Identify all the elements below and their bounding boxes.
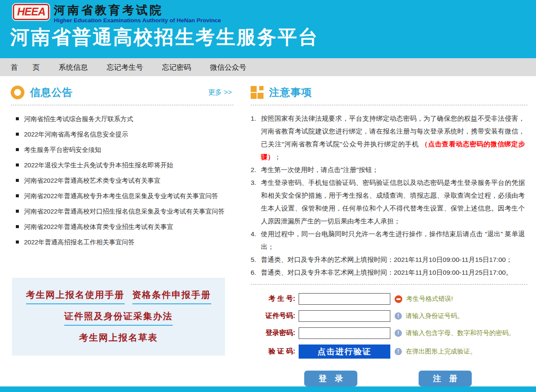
list-item[interactable]: 河南省2022年普通高校体育类专业招生考试有关事宜 — [16, 222, 234, 232]
more-link[interactable]: 更多 >> — [208, 88, 232, 97]
note-text: 按照国家有关法律法规要求，平台支持绑定动态密码，为了确保您的权益不受非法侵害，河… — [261, 112, 527, 163]
announcement-link: 2022年退役大学生士兵免试专升本招生报名即将开始 — [24, 161, 173, 169]
header-banner: HEEA 河南省教育考试院 Higher Education Examinati… — [0, 0, 536, 58]
announcement-link: 河南省2022年普通高校体育类专业招生考试有关事宜 — [24, 223, 173, 230]
manuals-row-1: 考生网上报名使用手册资格条件申报手册 — [16, 289, 221, 310]
square — [251, 93, 257, 99]
candidate-id-label: 考 生 号: — [258, 294, 295, 303]
note-item: 2. 考生第一次使用时，请点击"注册"按钮； — [251, 163, 527, 176]
ring-icon — [11, 86, 24, 99]
id-number-label: 证件号码: — [258, 312, 295, 321]
square-bullet-icon — [16, 179, 19, 182]
announcement-link: 2022年河南省高考报名信息安全提示 — [24, 131, 128, 138]
notes-header: 注意事项 — [251, 86, 527, 105]
manuals-row-3: 考生网上报名草表 — [16, 332, 221, 346]
org-name-en: Higher Education Examinations Authority … — [54, 17, 221, 24]
note-text-part: ； — [274, 153, 281, 160]
id-number-hint: 请输入身份证号码。 — [406, 312, 464, 320]
list-item[interactable]: 考生服务平台密码安全须知 — [16, 145, 234, 154]
manual-link-photo-id-collection[interactable]: 证件照及身份证采集办法 — [64, 310, 173, 326]
square-bullet-icon — [16, 194, 19, 197]
nav-item-home[interactable]: 首 页 — [11, 62, 40, 72]
list-item[interactable]: 河南省2022年普通高校对口招生报名信息采集及专业考试有关事宜问答 — [16, 206, 234, 216]
login-button[interactable]: 登 录 — [304, 371, 357, 386]
info-icon — [395, 348, 402, 355]
list-item[interactable]: 2022年普通高招报名工作相关事宜问答 — [16, 237, 234, 247]
square-bullet-icon — [16, 225, 19, 228]
candidate-id-row: 考 生 号: 考生号格式错误! — [258, 293, 527, 305]
info-icon — [395, 330, 402, 337]
manual-link-registration-handbook[interactable]: 考生网上报名使用手册 — [26, 289, 125, 304]
password-row: 登录密码: 请输入包含字母、数字和符号的密码。 — [258, 327, 527, 339]
candidate-id-input[interactable] — [299, 293, 390, 305]
heea-logo: HEEA — [13, 4, 49, 20]
captcha-hint: 在弹出图形上完成验证。 — [406, 347, 476, 356]
error-icon — [395, 295, 402, 303]
square-bullet-icon — [16, 241, 19, 244]
announcement-link: 考生服务平台密码安全须知 — [24, 146, 101, 153]
note-item: 5. 普通类、对口及专升本的艺术网上填报时间：2021年11月10日09:00-… — [251, 253, 527, 266]
note-text: 使用过程中，同一台电脑同时只允许一名考生进行操作，操作结束后请点击 “退出” 菜… — [261, 228, 527, 253]
list-item[interactable]: 河南省招生考试综合服务大厅联系方式 — [16, 114, 234, 124]
site-title: 河南省普通高校招生考生服务平台 — [10, 26, 536, 48]
list-item[interactable]: 河南省2022年普通高校专升本考生信息采集及专业考试有关事宜问答 — [16, 191, 234, 201]
captcha-label: 验 证 码: — [258, 347, 295, 356]
note-number: 4. — [251, 228, 261, 253]
note-text: 普通类、对口及专升本非艺术网上填报时间：2021年11月10日09:00-11月… — [261, 266, 527, 279]
announcement-link: 河南省2022年普通高校对口招生报名信息采集及专业考试有关事宜问答 — [24, 208, 225, 215]
nav-item-forgot-id[interactable]: 忘记考生号 — [107, 62, 143, 72]
square — [259, 86, 264, 90]
main-content: 信息公告 更多 >> 河南省招生考试综合服务大厅联系方式 2022年河南省高考报… — [0, 76, 536, 386]
announcement-link: 河南省2022年普通高校专升本考生信息采集及专业考试有关事宜问答 — [24, 192, 218, 199]
announcements-header: 信息公告 更多 >> — [11, 86, 234, 105]
manuals-row-2: 证件照及身份证采集办法 — [16, 310, 221, 332]
note-number: 5. — [251, 253, 261, 266]
list-item[interactable]: 2022年退役大学生士兵免试专升本招生报名即将开始 — [16, 160, 234, 170]
footer: 版权所有(C) 2010-2022 河南省教育考试院 推荐浏览器：最新版的Edg… — [0, 386, 536, 392]
note-text: 考生登录密码、手机短信验证码、密码验证信息以及动态密码是考生登录服务平台的凭据和… — [261, 176, 527, 228]
password-input[interactable] — [299, 327, 390, 339]
note-text: 普通类、对口及专升本的艺术网上填报时间：2021年11月10日09:00-11月… — [261, 253, 527, 266]
note-number: 6. — [251, 266, 261, 279]
note-item: 1. 按照国家有关法律法规要求，平台支持绑定动态密码，为了确保您的权益不受非法侵… — [251, 112, 527, 163]
nav-item-forgot-password[interactable]: 忘记密码 — [162, 62, 191, 72]
note-item: 4. 使用过程中，同一台电脑同时只允许一名考生进行操作，操作结束后请点击 “退出… — [251, 228, 527, 253]
main-nav: 首 页 系统信息 忘记考生号 忘记密码 微信公众号 — [0, 58, 536, 76]
announcement-link: 河南省2022年普通高校艺术类专业考试有关事宜 — [24, 177, 160, 184]
list-item[interactable]: 河南省2022年普通高校艺术类专业考试有关事宜 — [16, 175, 234, 185]
note-number: 1. — [251, 112, 261, 163]
square-bullet-icon — [16, 163, 19, 166]
id-number-row: 证件号码: 请输入身份证号码。 — [258, 310, 527, 322]
notes-list: 1. 按照国家有关法律法规要求，平台支持绑定动态密码，为了确保您的权益不受非法侵… — [251, 112, 527, 279]
info-icon — [395, 312, 402, 320]
list-item[interactable]: 2022年河南省高考报名信息安全提示 — [16, 129, 234, 139]
register-button[interactable]: 注 册 — [419, 371, 472, 386]
manual-link-draft-form[interactable]: 考生网上报名草表 — [79, 332, 158, 346]
id-number-input[interactable] — [299, 310, 390, 322]
announcement-link: 2022年普通高招报名工作相关事宜问答 — [24, 238, 135, 246]
square — [251, 86, 257, 92]
login-form: 考 生 号: 考生号格式错误! 证件号码: 请输入身份证号码。 登录密码: 请输… — [251, 285, 527, 386]
password-hint: 请输入包含字母、数字和符号的密码。 — [406, 329, 515, 337]
square-bullet-icon — [16, 148, 19, 151]
announcements-section: 信息公告 更多 >> 河南省招生考试综合服务大厅联系方式 2022年河南省高考报… — [11, 81, 234, 386]
square-bullet-icon — [16, 117, 19, 120]
announcement-link: 河南省招生考试综合服务大厅联系方式 — [24, 115, 133, 122]
square-bullet-icon — [16, 210, 19, 213]
verify-button[interactable]: 点击进行验证 — [299, 344, 390, 359]
grid-squares-icon — [251, 86, 264, 99]
action-row: 登 录 注 册 — [258, 371, 527, 386]
candidate-id-hint: 考生号格式错误! — [406, 295, 453, 303]
manuals-panel: 考生网上报名使用手册资格条件申报手册 证件照及身份证采集办法 考生网上报名草表 — [12, 278, 225, 356]
brand-text: 河南省教育考试院 Higher Education Examinations A… — [54, 4, 221, 24]
manual-link-qualification-handbook[interactable]: 资格条件申报手册 — [132, 289, 211, 304]
note-number: 3. — [251, 176, 261, 228]
announcements-list: 河南省招生考试综合服务大厅联系方式 2022年河南省高考报名信息安全提示 考生服… — [16, 114, 234, 247]
captcha-row: 验 证 码: 点击进行验证 在弹出图形上完成验证。 — [258, 344, 527, 359]
note-item: 6. 普通类、对口及专升本非艺术网上填报时间：2021年11月10日09:00-… — [251, 266, 527, 279]
nav-item-wechat[interactable]: 微信公众号 — [210, 62, 246, 72]
brand-row: HEEA 河南省教育考试院 Higher Education Examinati… — [13, 4, 536, 24]
note-number: 2. — [251, 163, 261, 176]
square — [258, 93, 264, 99]
nav-item-system-info[interactable]: 系统信息 — [59, 62, 88, 72]
